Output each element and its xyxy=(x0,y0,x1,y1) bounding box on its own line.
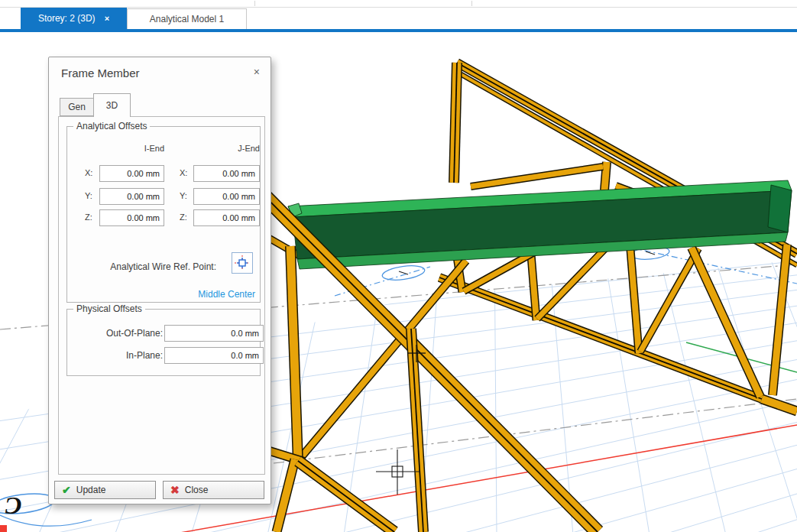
x-icon: ✖ xyxy=(170,485,180,495)
close-button[interactable]: ✖ Close xyxy=(163,481,264,499)
crosshair-cursor xyxy=(376,449,420,495)
row-label-z-i: Z: xyxy=(85,212,92,222)
wire-ref-point-button[interactable] xyxy=(232,252,253,274)
input-in-plane[interactable] xyxy=(164,347,264,364)
tab-close-icon[interactable]: × xyxy=(105,15,109,23)
column-header-j-end: J-End xyxy=(193,144,266,153)
row-label-z-j: Z: xyxy=(180,212,187,222)
analytical-offsets-group: Analytical Offsets I-End J-End X: X: Y: … xyxy=(66,126,261,303)
dialog-tab-gen[interactable]: Gen xyxy=(60,98,94,116)
dialog-tab-3d[interactable]: 3D xyxy=(93,93,131,117)
dialog-title: Frame Member xyxy=(61,66,140,79)
input-y-i-end[interactable] xyxy=(99,188,164,205)
selected-beam[interactable] xyxy=(288,180,792,269)
input-x-i-end[interactable] xyxy=(99,165,164,182)
update-button[interactable]: ✔ Update xyxy=(54,481,156,499)
row-label-y-i: Y: xyxy=(85,191,92,200)
input-z-i-end[interactable] xyxy=(99,209,164,226)
row-label-x-j: X: xyxy=(180,168,187,177)
tab-storey-2-3d[interactable]: Storey: 2 (3D) × xyxy=(21,8,127,29)
svg-text:Ɔ: Ɔ xyxy=(5,491,21,519)
tab-label: Storey: 2 (3D) xyxy=(38,13,96,24)
reference-point-picker-icon xyxy=(235,255,250,271)
in-plane-label: In-Plane: xyxy=(126,350,163,361)
document-tab-bar: Storey: 2 (3D) × Analytical Model 1 xyxy=(0,8,797,29)
out-of-plane-label: Out-Of-Plane: xyxy=(106,328,163,339)
dialog-close-icon[interactable]: × xyxy=(254,66,260,78)
group-label: Analytical Offsets xyxy=(73,121,150,131)
input-x-j-end[interactable] xyxy=(193,165,260,182)
close-button-label: Close xyxy=(185,485,209,495)
tab-label: Analytical Model 1 xyxy=(150,14,224,24)
wire-ref-point-label: Analytical Wire Ref. Point: xyxy=(110,261,216,272)
row-label-x-i: X: xyxy=(85,168,92,177)
physical-offsets-group: Physical Offsets Out-Of-Plane: In-Plane: xyxy=(66,309,261,376)
input-y-j-end[interactable] xyxy=(193,188,260,205)
row-label-y-j: Y: xyxy=(180,191,187,200)
wire-ref-point-value-link[interactable]: Middle Center xyxy=(198,289,255,300)
group-label: Physical Offsets xyxy=(73,303,145,314)
input-out-of-plane[interactable] xyxy=(164,325,264,342)
dialog-tab-page-3d: Analytical Offsets I-End J-End X: X: Y: … xyxy=(58,116,265,475)
frame-member-dialog: Frame Member × Gen 3D Analytical Offsets… xyxy=(48,57,271,504)
toolbar-separator xyxy=(254,1,255,6)
tab-analytical-model-1[interactable]: Analytical Model 1 xyxy=(127,8,247,29)
toolbar-separator xyxy=(471,1,472,6)
check-icon: ✔ xyxy=(62,485,71,495)
update-button-label: Update xyxy=(76,485,106,495)
application-window: Storey: 2 (3D) × Analytical Model 1 Ɔ Fr… xyxy=(0,0,797,532)
column-header-i-end: I-End xyxy=(99,144,170,153)
top-toolbar-strip xyxy=(0,0,797,8)
input-z-j-end[interactable] xyxy=(193,209,260,226)
